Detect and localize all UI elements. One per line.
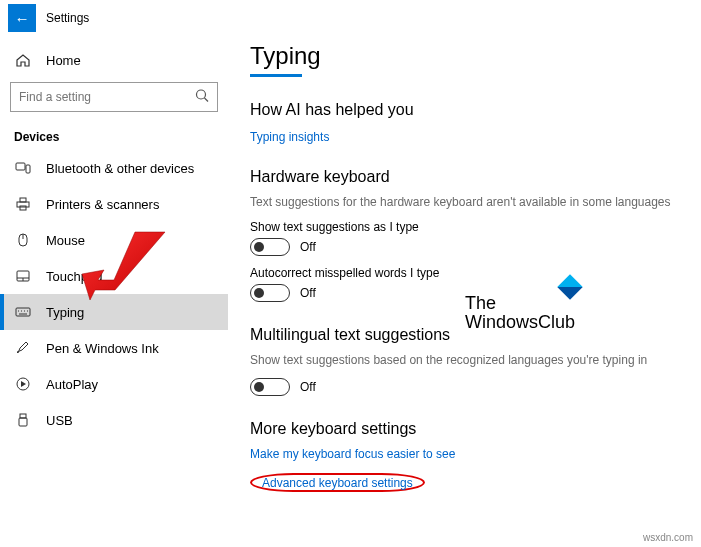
hw-opt2-label: Autocorrect misspelled words I type: [250, 266, 679, 280]
hw-opt1-toggle[interactable]: [250, 238, 290, 256]
search-icon: [194, 88, 210, 107]
back-button[interactable]: ←: [8, 4, 36, 32]
section-more: More keyboard settings Make my keyboard …: [250, 420, 679, 492]
sidebar: Home Devices Bluetooth & other devices P…: [0, 36, 228, 547]
sidebar-item-autoplay[interactable]: AutoPlay: [0, 366, 228, 402]
more-heading: More keyboard settings: [250, 420, 679, 438]
multi-state: Off: [300, 380, 316, 394]
autoplay-icon: [14, 376, 32, 392]
usb-icon: [14, 412, 32, 428]
nav-label: USB: [46, 413, 73, 428]
page-title: Typing: [250, 42, 321, 72]
printer-icon: [14, 196, 32, 212]
nav-label: Bluetooth & other devices: [46, 161, 194, 176]
sidebar-item-mouse[interactable]: Mouse: [0, 222, 228, 258]
hw-opt1-state: Off: [300, 240, 316, 254]
content-pane: Typing How AI has helped you Typing insi…: [228, 36, 701, 547]
sidebar-item-usb[interactable]: USB: [0, 402, 228, 438]
svg-point-0: [197, 90, 206, 99]
attribution: wsxdn.com: [643, 532, 693, 543]
advanced-keyboard-link[interactable]: Advanced keyboard settings: [262, 476, 413, 490]
sidebar-item-pen[interactable]: Pen & Windows Ink: [0, 330, 228, 366]
hw-desc: Text suggestions for the hardware keyboa…: [250, 194, 679, 210]
svg-rect-2: [16, 163, 25, 170]
pen-icon: [14, 340, 32, 356]
svg-rect-12: [16, 308, 30, 316]
sidebar-item-touchpad[interactable]: Touchpad: [0, 258, 228, 294]
home-label: Home: [46, 53, 81, 68]
nav-label: Printers & scanners: [46, 197, 159, 212]
sidebar-item-home[interactable]: Home: [0, 42, 228, 78]
svg-line-1: [205, 98, 209, 102]
svg-rect-5: [20, 198, 26, 202]
nav-label: AutoPlay: [46, 377, 98, 392]
search-input[interactable]: [10, 82, 218, 112]
home-icon: [14, 52, 32, 68]
sidebar-item-typing[interactable]: Typing: [0, 294, 228, 330]
typing-insights-link[interactable]: Typing insights: [250, 130, 329, 144]
hw-opt2-state: Off: [300, 286, 316, 300]
svg-rect-3: [26, 165, 30, 173]
title-underline: [250, 74, 302, 77]
highlight-circle: Advanced keyboard settings: [250, 473, 425, 492]
svg-rect-20: [20, 414, 26, 418]
svg-marker-19: [21, 381, 26, 387]
sidebar-item-bluetooth[interactable]: Bluetooth & other devices: [0, 150, 228, 186]
section-hardware-keyboard: Hardware keyboard Text suggestions for t…: [250, 168, 679, 302]
arrow-left-icon: ←: [15, 10, 30, 27]
nav-label: Pen & Windows Ink: [46, 341, 159, 356]
app-title: Settings: [46, 11, 89, 25]
touchpad-icon: [14, 268, 32, 284]
search-box[interactable]: [10, 82, 218, 112]
multi-heading: Multilingual text suggestions: [250, 326, 679, 344]
hw-opt2-toggle[interactable]: [250, 284, 290, 302]
ai-heading: How AI has helped you: [250, 101, 679, 119]
mouse-icon: [14, 232, 32, 248]
sidebar-group-label: Devices: [0, 122, 228, 150]
keyboard-icon: [14, 304, 32, 320]
hw-heading: Hardware keyboard: [250, 168, 679, 186]
nav-label: Mouse: [46, 233, 85, 248]
multi-desc: Show text suggestions based on the recog…: [250, 352, 679, 368]
hw-opt1-label: Show text suggestions as I type: [250, 220, 679, 234]
devices-icon: [14, 160, 32, 176]
svg-rect-21: [19, 418, 27, 426]
keyboard-focus-link[interactable]: Make my keyboard focus easier to see: [250, 447, 455, 461]
nav-label: Typing: [46, 305, 84, 320]
title-bar: ← Settings: [0, 0, 701, 36]
multi-toggle[interactable]: [250, 378, 290, 396]
section-multilingual: Multilingual text suggestions Show text …: [250, 326, 679, 396]
sidebar-item-printers[interactable]: Printers & scanners: [0, 186, 228, 222]
section-ai: How AI has helped you Typing insights: [250, 101, 679, 144]
nav-label: Touchpad: [46, 269, 102, 284]
